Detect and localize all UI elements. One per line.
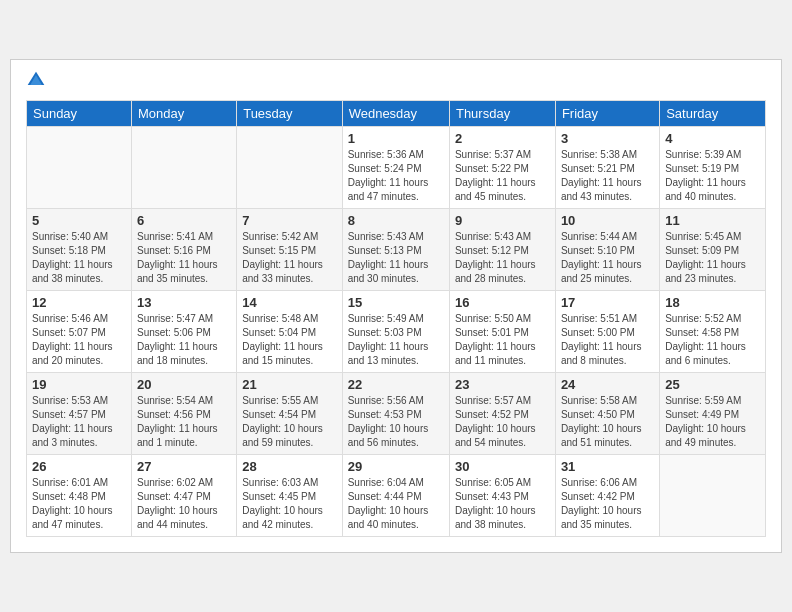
calendar-cell: 17Sunrise: 5:51 AM Sunset: 5:00 PM Dayli… bbox=[555, 291, 659, 373]
calendar-cell: 6Sunrise: 5:41 AM Sunset: 5:16 PM Daylig… bbox=[131, 209, 236, 291]
cell-content: Sunrise: 5:41 AM Sunset: 5:16 PM Dayligh… bbox=[137, 230, 231, 286]
calendar-cell: 16Sunrise: 5:50 AM Sunset: 5:01 PM Dayli… bbox=[449, 291, 555, 373]
header-row: SundayMondayTuesdayWednesdayThursdayFrid… bbox=[27, 101, 766, 127]
day-number: 10 bbox=[561, 213, 654, 228]
calendar-cell: 23Sunrise: 5:57 AM Sunset: 4:52 PM Dayli… bbox=[449, 373, 555, 455]
calendar-header bbox=[26, 70, 766, 90]
day-number: 1 bbox=[348, 131, 444, 146]
day-number: 19 bbox=[32, 377, 126, 392]
calendar-cell: 13Sunrise: 5:47 AM Sunset: 5:06 PM Dayli… bbox=[131, 291, 236, 373]
day-number: 31 bbox=[561, 459, 654, 474]
header-cell-saturday: Saturday bbox=[660, 101, 766, 127]
week-row: 12Sunrise: 5:46 AM Sunset: 5:07 PM Dayli… bbox=[27, 291, 766, 373]
cell-content: Sunrise: 5:58 AM Sunset: 4:50 PM Dayligh… bbox=[561, 394, 654, 450]
calendar-cell: 5Sunrise: 5:40 AM Sunset: 5:18 PM Daylig… bbox=[27, 209, 132, 291]
day-number: 24 bbox=[561, 377, 654, 392]
calendar-cell: 12Sunrise: 5:46 AM Sunset: 5:07 PM Dayli… bbox=[27, 291, 132, 373]
cell-content: Sunrise: 5:45 AM Sunset: 5:09 PM Dayligh… bbox=[665, 230, 760, 286]
calendar-cell: 31Sunrise: 6:06 AM Sunset: 4:42 PM Dayli… bbox=[555, 455, 659, 537]
calendar-cell: 11Sunrise: 5:45 AM Sunset: 5:09 PM Dayli… bbox=[660, 209, 766, 291]
cell-content: Sunrise: 5:43 AM Sunset: 5:12 PM Dayligh… bbox=[455, 230, 550, 286]
cell-content: Sunrise: 5:42 AM Sunset: 5:15 PM Dayligh… bbox=[242, 230, 336, 286]
header-cell-thursday: Thursday bbox=[449, 101, 555, 127]
day-number: 18 bbox=[665, 295, 760, 310]
cell-content: Sunrise: 5:59 AM Sunset: 4:49 PM Dayligh… bbox=[665, 394, 760, 450]
cell-content: Sunrise: 6:04 AM Sunset: 4:44 PM Dayligh… bbox=[348, 476, 444, 532]
day-number: 5 bbox=[32, 213, 126, 228]
header-cell-friday: Friday bbox=[555, 101, 659, 127]
calendar-cell: 27Sunrise: 6:02 AM Sunset: 4:47 PM Dayli… bbox=[131, 455, 236, 537]
day-number: 4 bbox=[665, 131, 760, 146]
day-number: 21 bbox=[242, 377, 336, 392]
day-number: 26 bbox=[32, 459, 126, 474]
day-number: 8 bbox=[348, 213, 444, 228]
day-number: 6 bbox=[137, 213, 231, 228]
day-number: 27 bbox=[137, 459, 231, 474]
calendar-cell: 4Sunrise: 5:39 AM Sunset: 5:19 PM Daylig… bbox=[660, 127, 766, 209]
cell-content: Sunrise: 5:52 AM Sunset: 4:58 PM Dayligh… bbox=[665, 312, 760, 368]
cell-content: Sunrise: 5:37 AM Sunset: 5:22 PM Dayligh… bbox=[455, 148, 550, 204]
calendar-grid: SundayMondayTuesdayWednesdayThursdayFrid… bbox=[26, 100, 766, 537]
cell-content: Sunrise: 5:56 AM Sunset: 4:53 PM Dayligh… bbox=[348, 394, 444, 450]
calendar-cell: 26Sunrise: 6:01 AM Sunset: 4:48 PM Dayli… bbox=[27, 455, 132, 537]
header-cell-monday: Monday bbox=[131, 101, 236, 127]
logo bbox=[26, 70, 50, 90]
calendar-cell: 9Sunrise: 5:43 AM Sunset: 5:12 PM Daylig… bbox=[449, 209, 555, 291]
calendar-cell: 30Sunrise: 6:05 AM Sunset: 4:43 PM Dayli… bbox=[449, 455, 555, 537]
week-row: 5Sunrise: 5:40 AM Sunset: 5:18 PM Daylig… bbox=[27, 209, 766, 291]
week-row: 19Sunrise: 5:53 AM Sunset: 4:57 PM Dayli… bbox=[27, 373, 766, 455]
cell-content: Sunrise: 6:05 AM Sunset: 4:43 PM Dayligh… bbox=[455, 476, 550, 532]
calendar-cell bbox=[660, 455, 766, 537]
cell-content: Sunrise: 5:57 AM Sunset: 4:52 PM Dayligh… bbox=[455, 394, 550, 450]
day-number: 15 bbox=[348, 295, 444, 310]
cell-content: Sunrise: 6:03 AM Sunset: 4:45 PM Dayligh… bbox=[242, 476, 336, 532]
cell-content: Sunrise: 5:46 AM Sunset: 5:07 PM Dayligh… bbox=[32, 312, 126, 368]
calendar-cell: 25Sunrise: 5:59 AM Sunset: 4:49 PM Dayli… bbox=[660, 373, 766, 455]
calendar-cell: 28Sunrise: 6:03 AM Sunset: 4:45 PM Dayli… bbox=[237, 455, 342, 537]
calendar-cell bbox=[131, 127, 236, 209]
calendar-cell: 24Sunrise: 5:58 AM Sunset: 4:50 PM Dayli… bbox=[555, 373, 659, 455]
day-number: 13 bbox=[137, 295, 231, 310]
calendar-cell: 15Sunrise: 5:49 AM Sunset: 5:03 PM Dayli… bbox=[342, 291, 449, 373]
day-number: 9 bbox=[455, 213, 550, 228]
cell-content: Sunrise: 5:43 AM Sunset: 5:13 PM Dayligh… bbox=[348, 230, 444, 286]
week-row: 26Sunrise: 6:01 AM Sunset: 4:48 PM Dayli… bbox=[27, 455, 766, 537]
cell-content: Sunrise: 5:36 AM Sunset: 5:24 PM Dayligh… bbox=[348, 148, 444, 204]
cell-content: Sunrise: 5:49 AM Sunset: 5:03 PM Dayligh… bbox=[348, 312, 444, 368]
cell-content: Sunrise: 6:06 AM Sunset: 4:42 PM Dayligh… bbox=[561, 476, 654, 532]
calendar-cell: 20Sunrise: 5:54 AM Sunset: 4:56 PM Dayli… bbox=[131, 373, 236, 455]
calendar-cell: 7Sunrise: 5:42 AM Sunset: 5:15 PM Daylig… bbox=[237, 209, 342, 291]
day-number: 22 bbox=[348, 377, 444, 392]
calendar-cell: 18Sunrise: 5:52 AM Sunset: 4:58 PM Dayli… bbox=[660, 291, 766, 373]
cell-content: Sunrise: 5:48 AM Sunset: 5:04 PM Dayligh… bbox=[242, 312, 336, 368]
header-cell-tuesday: Tuesday bbox=[237, 101, 342, 127]
calendar-cell: 10Sunrise: 5:44 AM Sunset: 5:10 PM Dayli… bbox=[555, 209, 659, 291]
header-cell-sunday: Sunday bbox=[27, 101, 132, 127]
header-cell-wednesday: Wednesday bbox=[342, 101, 449, 127]
day-number: 25 bbox=[665, 377, 760, 392]
calendar-cell: 1Sunrise: 5:36 AM Sunset: 5:24 PM Daylig… bbox=[342, 127, 449, 209]
day-number: 23 bbox=[455, 377, 550, 392]
cell-content: Sunrise: 5:54 AM Sunset: 4:56 PM Dayligh… bbox=[137, 394, 231, 450]
day-number: 28 bbox=[242, 459, 336, 474]
cell-content: Sunrise: 5:39 AM Sunset: 5:19 PM Dayligh… bbox=[665, 148, 760, 204]
calendar-cell: 19Sunrise: 5:53 AM Sunset: 4:57 PM Dayli… bbox=[27, 373, 132, 455]
day-number: 16 bbox=[455, 295, 550, 310]
calendar-cell: 29Sunrise: 6:04 AM Sunset: 4:44 PM Dayli… bbox=[342, 455, 449, 537]
cell-content: Sunrise: 6:02 AM Sunset: 4:47 PM Dayligh… bbox=[137, 476, 231, 532]
calendar-cell: 21Sunrise: 5:55 AM Sunset: 4:54 PM Dayli… bbox=[237, 373, 342, 455]
day-number: 7 bbox=[242, 213, 336, 228]
day-number: 20 bbox=[137, 377, 231, 392]
calendar-container: SundayMondayTuesdayWednesdayThursdayFrid… bbox=[10, 59, 782, 553]
cell-content: Sunrise: 5:38 AM Sunset: 5:21 PM Dayligh… bbox=[561, 148, 654, 204]
day-number: 14 bbox=[242, 295, 336, 310]
day-number: 30 bbox=[455, 459, 550, 474]
cell-content: Sunrise: 6:01 AM Sunset: 4:48 PM Dayligh… bbox=[32, 476, 126, 532]
calendar-cell: 8Sunrise: 5:43 AM Sunset: 5:13 PM Daylig… bbox=[342, 209, 449, 291]
cell-content: Sunrise: 5:51 AM Sunset: 5:00 PM Dayligh… bbox=[561, 312, 654, 368]
logo-icon bbox=[26, 70, 46, 90]
calendar-cell bbox=[27, 127, 132, 209]
cell-content: Sunrise: 5:55 AM Sunset: 4:54 PM Dayligh… bbox=[242, 394, 336, 450]
calendar-cell: 14Sunrise: 5:48 AM Sunset: 5:04 PM Dayli… bbox=[237, 291, 342, 373]
day-number: 2 bbox=[455, 131, 550, 146]
